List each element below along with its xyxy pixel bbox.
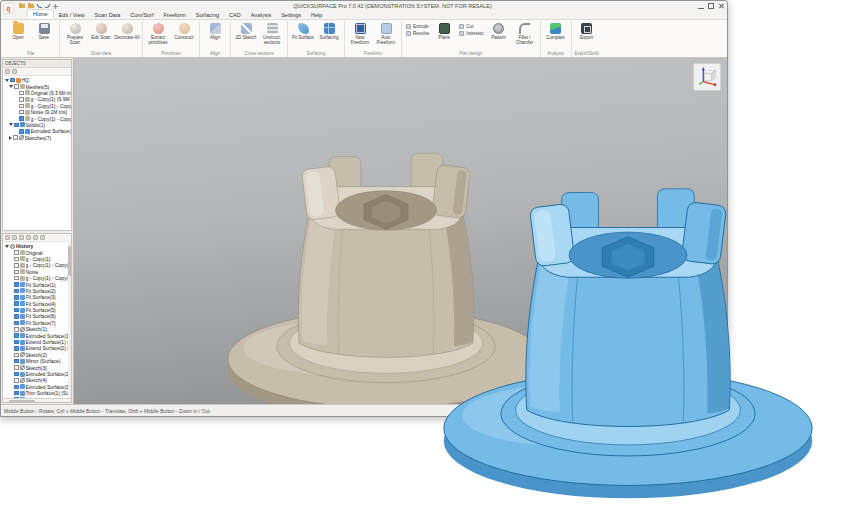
checkbox[interactable]: [14, 314, 19, 319]
tab-settings[interactable]: Settings: [276, 11, 306, 19]
panel-tool-icon[interactable]: [5, 235, 10, 240]
auto-freeform-button[interactable]: Auto Freeform: [373, 21, 399, 45]
new-freeform-button[interactable]: New Freeform: [347, 21, 373, 45]
left-sidebar: OBJECTS HQ Meshe: [1, 58, 74, 404]
tree-item-label: History: [16, 243, 33, 249]
fillet-icon: [519, 23, 530, 34]
edit-scan-button[interactable]: Edit Scan: [88, 21, 114, 40]
checkbox[interactable]: [14, 321, 19, 326]
open-file-icon[interactable]: [19, 4, 25, 8]
fillet-chamfer-button[interactable]: Fillet / Chamfer: [512, 21, 538, 45]
checkbox[interactable]: [19, 110, 24, 115]
checkbox[interactable]: [14, 359, 19, 364]
tree-item[interactable]: g - Copy(1) - Copy(1): [3, 262, 71, 268]
tab-scan-data[interactable]: Scan Data: [90, 11, 126, 19]
expander-icon[interactable]: [9, 85, 13, 88]
revolve-button[interactable]: Revolve: [406, 31, 429, 36]
compare-button[interactable]: Compare: [543, 21, 569, 40]
checkbox[interactable]: [14, 327, 19, 332]
history-horizontal-scrollbar[interactable]: [3, 398, 71, 402]
tab-freeform[interactable]: Freeform: [158, 11, 190, 19]
tab-help[interactable]: Help: [306, 11, 327, 19]
open-button[interactable]: Open: [5, 21, 31, 40]
align-icon: [210, 23, 221, 34]
maximize-icon[interactable]: [708, 3, 714, 9]
redo-icon[interactable]: [45, 4, 50, 8]
pattern-button[interactable]: Pattern: [486, 21, 512, 40]
save-button[interactable]: Save: [31, 21, 57, 40]
checkbox[interactable]: [19, 116, 24, 121]
decimate-all-button[interactable]: Decimate All: [114, 21, 140, 40]
objects-panel: OBJECTS HQ Meshe: [2, 59, 72, 231]
prepare-scan-button[interactable]: Prepare Scan: [62, 21, 88, 45]
checkbox[interactable]: [14, 84, 19, 89]
checkbox[interactable]: [14, 378, 19, 383]
panel-tool-icon[interactable]: [5, 69, 10, 74]
tab-edit-view[interactable]: Edit / View: [54, 11, 90, 19]
checkbox[interactable]: [14, 270, 19, 275]
expander-icon[interactable]: [9, 136, 12, 140]
construct-button[interactable]: Construct: [171, 21, 197, 40]
checkbox[interactable]: [14, 391, 19, 396]
surfacing-button[interactable]: Surfacing: [316, 21, 342, 40]
intersect-button[interactable]: Intersect: [459, 31, 483, 36]
checkbox[interactable]: [14, 295, 19, 300]
checkbox[interactable]: [14, 123, 19, 128]
cut-button[interactable]: Cut: [459, 24, 483, 29]
tab-surfacing[interactable]: Surfacing: [191, 11, 224, 19]
checkbox[interactable]: [14, 372, 19, 377]
checkbox[interactable]: [19, 104, 24, 109]
expander-icon[interactable]: [9, 123, 13, 126]
close-icon[interactable]: [718, 3, 724, 9]
checkbox[interactable]: [19, 97, 24, 102]
checkbox[interactable]: [14, 365, 19, 370]
unstruct-sections-button[interactable]: Unstruct. sections: [259, 21, 285, 45]
checkbox[interactable]: [14, 282, 19, 287]
2d-sketch-button[interactable]: 2D Sketch: [233, 21, 259, 40]
tab-curv-surf[interactable]: Curv/Surf: [125, 11, 158, 19]
checkbox[interactable]: [10, 78, 15, 83]
panel-tool-icon[interactable]: [19, 235, 24, 240]
expander-icon[interactable]: [5, 79, 9, 82]
tab-cad[interactable]: CAD: [224, 11, 246, 19]
tree-item[interactable]: Extend Surface(2) (Surface): [3, 345, 71, 351]
window-controls: [698, 3, 724, 9]
plane-button[interactable]: Plane: [431, 21, 457, 40]
expander-icon[interactable]: [5, 245, 9, 248]
checkbox[interactable]: [14, 301, 19, 306]
minimize-icon[interactable]: [698, 3, 704, 9]
align-button[interactable]: Align: [202, 21, 228, 40]
checkbox[interactable]: [14, 385, 19, 390]
undo-icon[interactable]: [37, 4, 42, 8]
export-button[interactable]: Export: [574, 21, 600, 40]
panel-tool-icon[interactable]: [40, 235, 45, 240]
panel-tool-icon[interactable]: [33, 235, 38, 240]
checkbox[interactable]: [14, 353, 19, 358]
tab-analysis[interactable]: Analysis: [246, 11, 276, 19]
checkbox[interactable]: [14, 340, 19, 345]
panel-tool-icon[interactable]: [12, 235, 17, 240]
checkbox[interactable]: [14, 257, 19, 262]
edit-scan-icon: [96, 23, 107, 34]
checkbox[interactable]: [14, 250, 19, 255]
status-hint-text: Middle Button - Rotate, Ctrl + Middle Bu…: [4, 408, 210, 414]
fit-surface-button[interactable]: Fit Surface: [290, 21, 316, 40]
checkbox[interactable]: [14, 333, 19, 338]
extract-primitives-button[interactable]: Extract primitives: [145, 21, 171, 45]
checkbox[interactable]: [14, 263, 19, 268]
checkbox[interactable]: [14, 346, 19, 351]
history-vertical-scrollbar[interactable]: [68, 242, 71, 398]
extrude-button[interactable]: Extrude: [406, 24, 429, 29]
checkbox[interactable]: [19, 91, 24, 96]
import-file-icon[interactable]: [28, 4, 34, 8]
checkbox[interactable]: [14, 276, 19, 281]
checkbox[interactable]: [13, 135, 18, 140]
checkbox[interactable]: [14, 289, 19, 294]
checkbox[interactable]: [14, 308, 19, 313]
tree-item[interactable]: Sketches(7): [3, 135, 71, 141]
checkbox[interactable]: [19, 129, 24, 134]
cad-solid-model[interactable]: [410, 152, 844, 502]
panel-tool-icon[interactable]: [26, 235, 31, 240]
panel-tool-icon[interactable]: [12, 69, 17, 74]
orientation-cube[interactable]: [693, 63, 721, 91]
